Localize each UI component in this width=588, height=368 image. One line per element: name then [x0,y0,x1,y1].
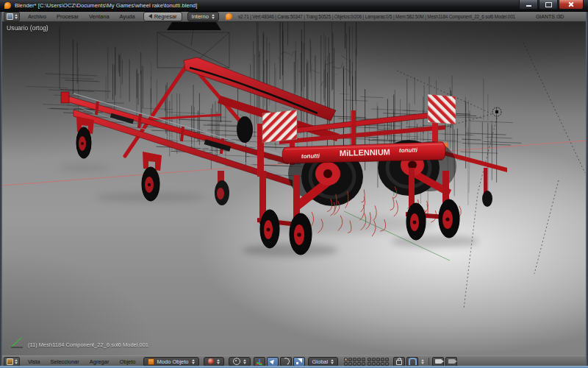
rotate-manipulator-button[interactable] [280,357,292,367]
warning-stripe-board [428,94,456,124]
info-header: Archivo Procesar Ventana Ayuda Regresar … [0,11,588,22]
blender-logo-icon [4,2,11,9]
title-bar[interactable]: Blender* [C:\Users\OCZ\Documents\My Game… [0,0,588,12]
layer-cell[interactable] [381,358,384,361]
scale-manipulator-button[interactable] [293,357,305,367]
active-object-overlay: (11) Mesh1184 Component_22_6 sol6 Model.… [28,342,148,348]
decal-millennium: MiLLENNIUM [340,147,390,158]
snap-element-select[interactable] [421,359,424,364]
rotate-arc-icon [281,357,290,367]
layer-cell[interactable] [381,362,384,366]
render-engine-select[interactable]: Interno [187,12,219,21]
lock-to-scene-button[interactable] [393,357,405,367]
transform-orientation-select[interactable]: Global [308,357,339,367]
menu-ayuda[interactable]: Ayuda [115,13,140,20]
menu-seleccionar[interactable]: Seleccionar [46,358,85,365]
layer-cell[interactable] [372,362,376,366]
giants-i3d-label: GIANTS i3D [536,14,564,19]
layer-cell[interactable] [376,358,380,361]
layers-widget[interactable] [344,358,389,366]
menu-procesar[interactable]: Procesar [51,13,84,20]
layer-cell[interactable] [357,358,361,361]
manipulator-toggle[interactable] [254,357,265,367]
translate-arrow-icon [269,358,275,364]
render-camera-icon [435,359,442,364]
pivot-icon [233,358,240,365]
object-mode-icon [148,358,154,365]
editor-type-button[interactable] [4,357,20,367]
pivot-point-select[interactable] [229,357,251,367]
chevron-updown-icon [217,359,220,364]
decal-tonutti-right: tonutti [399,146,418,154]
chevron-updown-icon [15,359,18,364]
axis-manipulator-icon [256,358,262,365]
menu-ventana[interactable]: Ventana [84,13,115,20]
layer-cell[interactable] [348,358,352,361]
layer-cell[interactable] [344,358,348,361]
opengl-render-anim-button[interactable] [445,357,457,367]
chevron-updown-icon [212,14,215,19]
layer-cell[interactable] [368,362,371,366]
menu-archivo[interactable]: Archivo [23,13,51,20]
blender-window: Blender* [C:\Users\OCZ\Documents\My Game… [0,0,588,368]
back-arrow-icon [148,14,152,18]
layer-cell[interactable] [372,358,376,361]
info-editor-icon [7,13,13,20]
folded-rake-wheel [237,116,253,143]
menu-vista[interactable]: Vista [23,358,46,365]
regresar-button[interactable]: Regresar [143,12,182,21]
layer-cell[interactable] [353,362,356,366]
layer-cell[interactable] [376,362,380,366]
editor-type-button[interactable] [4,12,20,21]
chevron-updown-icon [331,359,334,364]
window-title: Blender* [C:\Users\OCZ\Documents\My Game… [15,2,197,9]
viewport-shading-select[interactable] [204,357,224,367]
menu-agregar[interactable]: Agregar [85,358,115,365]
chevron-updown-icon [192,359,195,364]
view3d-editor-icon [7,358,13,365]
snap-toggle-button[interactable] [406,357,418,367]
canopy [167,21,221,30]
translate-manipulator-button[interactable] [267,357,279,367]
layer-cell[interactable] [385,362,389,366]
maximize-button[interactable] [539,0,558,10]
caster-wheel [215,171,229,205]
layer-cell[interactable] [348,362,352,366]
close-button[interactable] [559,0,584,10]
separator [429,358,429,365]
layer-cell[interactable] [385,358,389,361]
maximize-icon [545,2,552,7]
warning-stripe-board [262,110,297,143]
layer-cell[interactable] [362,358,365,361]
viewport-canvas: tonutti MiLLENNIUM tonutti [2,21,586,355]
layer-cell[interactable] [362,362,365,366]
mini-axis-gizmo [11,338,23,347]
minimize-icon [526,5,531,7]
blender-version-icon [226,13,232,20]
chevron-updown-icon [243,359,246,364]
layer-cell[interactable] [357,362,361,366]
opengl-render-button[interactable] [432,357,444,367]
layer-cell[interactable] [344,362,348,366]
lock-icon [396,360,402,365]
magnet-icon [409,358,417,365]
viewport-3d[interactable]: tonutti MiLLENNIUM tonutti [2,21,586,355]
menu-objeto[interactable]: Objeto [114,358,140,365]
close-icon [568,1,574,7]
chevron-updown-icon [15,14,18,19]
caster-wheel [76,116,94,158]
window-border [0,11,2,368]
layer-cell[interactable] [353,358,356,361]
scale-icon [296,358,302,364]
layer-cell[interactable] [368,358,371,361]
view-name-overlay: Usuario (ortog) [7,24,49,32]
minimize-button[interactable] [519,0,538,10]
banner-beam: tonutti MiLLENNIUM tonutti [282,142,445,163]
scene-stats: v2.71 | Vért:48346 | Caras:50347 | Tráng… [238,14,515,19]
mode-select[interactable]: Modo Objeto [143,357,199,367]
render-anim-icon [448,359,455,364]
grid-line [469,85,471,193]
shading-sphere-icon [208,358,214,364]
decal-tonutti-left: tonutti [301,152,320,160]
